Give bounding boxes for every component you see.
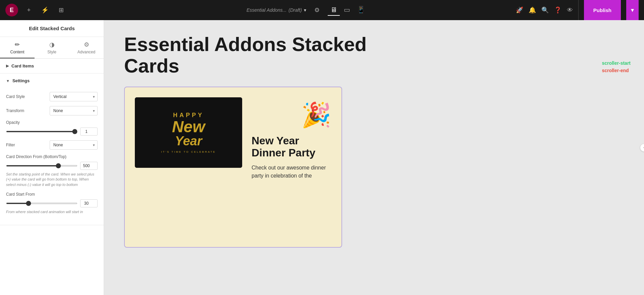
preview-title-line2: Cards: [124, 55, 179, 77]
tab-content-label: Content: [10, 50, 24, 54]
transform-control: None Scale Rotate ▾: [50, 106, 98, 115]
transform-label: Transform: [6, 108, 50, 113]
card-start-from-number-input[interactable]: 30: [80, 199, 98, 207]
sidebar-header: Edit Stacked Cards: [0, 20, 104, 37]
scroller-end-label: scroller-end: [602, 68, 631, 73]
card-direction-row: Card Direction From (Bottom/Top) 500 Set…: [6, 154, 98, 187]
preview-button[interactable]: 👁: [567, 7, 573, 14]
search-button[interactable]: 🔍: [541, 6, 549, 14]
transform-row: Transform None Scale Rotate ▾: [6, 106, 98, 115]
card-style-label: Card Style: [6, 94, 50, 99]
layers-button[interactable]: ⊞: [56, 5, 66, 15]
card-image: HAPPY New Year IT'S TIME TO CELEBRATE: [135, 97, 242, 168]
opacity-slider[interactable]: [6, 131, 77, 132]
tab-advanced[interactable]: ⚙ Advanced: [69, 37, 104, 58]
scroller-start-label: scroller-start: [602, 60, 631, 66]
device-tablet-button[interactable]: ▭: [341, 4, 353, 16]
opacity-label: Opacity: [6, 120, 98, 125]
elementor-logo[interactable]: E: [5, 4, 18, 16]
hny-new-text: New: [172, 119, 205, 134]
stacked-card[interactable]: HAPPY New Year IT'S TIME TO CELEBRATE 🎉 …: [124, 87, 342, 248]
page-title-text: Essential Addons...: [247, 7, 286, 13]
content-tab-icon: ✏: [15, 41, 20, 48]
card-style-row: Card Style Vertical Horizontal Overlay ▾: [6, 92, 98, 101]
sidebar-tabs: ✏ Content ◑ Style ⚙ Advanced: [0, 37, 104, 59]
card-items-section: ▶ Card Items: [0, 59, 104, 73]
card-right: 🎉 New Year Dinner Party Check out our aw…: [242, 97, 331, 187]
opacity-number-input[interactable]: 1: [80, 128, 98, 136]
topbar-right: 🚀 🔔 🔍 ❓ 👁 Publish ▾: [511, 0, 644, 20]
advanced-tab-icon: ⚙: [84, 41, 89, 48]
card-direction-hint: Set the starting point of the card. When…: [6, 172, 98, 187]
add-button[interactable]: +: [23, 5, 34, 15]
card-direction-label: Card Direction From (Bottom/Top): [6, 154, 98, 159]
panel-content: ▶ Card Items ▼ Settings Card Style: [0, 59, 104, 295]
happy-newyear-image: HAPPY New Year IT'S TIME TO CELEBRATE: [135, 97, 242, 168]
tab-content[interactable]: ✏ Content: [0, 37, 35, 58]
history-button[interactable]: 🚀: [516, 6, 523, 14]
settings-header[interactable]: ▼ Settings: [0, 73, 104, 88]
publish-dropdown-button[interactable]: ▾: [626, 0, 639, 20]
card-direction-number-input[interactable]: 500: [80, 162, 98, 170]
filter-control: None Blur Grayscale ▾: [50, 140, 98, 150]
card-start-from-slider[interactable]: [6, 203, 77, 204]
tab-style[interactable]: ◑ Style: [35, 37, 69, 58]
card-items-label: Card Items: [11, 63, 34, 68]
main-area: Edit Stacked Cards ✏ Content ◑ Style ⚙ A…: [0, 20, 644, 295]
device-buttons: 🖥 ▭ 📱: [328, 4, 368, 16]
card-start-from-label: Card Start From: [6, 192, 98, 197]
opacity-row: Opacity 1: [6, 120, 98, 136]
settings-toggle-icon: ▼: [6, 79, 10, 83]
card-start-from-row: Card Start From 30 From where stacked ca…: [6, 192, 98, 214]
customize-button[interactable]: ⚡: [40, 5, 50, 15]
settings-body: Card Style Vertical Horizontal Overlay ▾: [0, 88, 104, 225]
device-desktop-button[interactable]: 🖥: [328, 5, 340, 16]
card-description: Check out our awesome dinner party in ce…: [252, 164, 331, 180]
scroller-labels: scroller-start scroller-end: [602, 60, 631, 73]
settings-label: Settings: [12, 78, 30, 83]
tab-advanced-label: Advanced: [77, 50, 95, 54]
transform-select[interactable]: None Scale Rotate: [50, 106, 98, 115]
publish-button[interactable]: Publish: [584, 0, 621, 20]
card-style-select[interactable]: Vertical Horizontal Overlay: [50, 92, 98, 101]
hny-year-text: Year: [175, 134, 202, 148]
card-items-toggle-icon: ▶: [6, 64, 9, 68]
filter-label: Filter: [6, 143, 50, 147]
card-style-control: Vertical Horizontal Overlay ▾: [50, 92, 98, 101]
card-title: New Year Dinner Party: [252, 135, 331, 159]
preview-area: Essential Addons Stacked Cards HAPPY New…: [104, 20, 644, 295]
filter-row: Filter None Blur Grayscale ▾: [6, 140, 98, 150]
preview-page-title: Essential Addons Stacked Cards: [124, 34, 367, 77]
hny-subtitle-text: IT'S TIME TO CELEBRATE: [161, 150, 216, 153]
card-direction-slider[interactable]: [6, 165, 77, 166]
draft-label: (Draft): [288, 7, 302, 13]
topbar-center: Essential Addons... (Draft) ▾ ⚙ 🖥 ▭ 📱: [104, 4, 511, 16]
preview-content: Essential Addons Stacked Cards HAPPY New…: [104, 20, 644, 261]
preview-title-line1: Essential Addons Stacked: [124, 33, 367, 55]
card-start-from-control: 30: [6, 199, 98, 207]
sidebar: Edit Stacked Cards ✏ Content ◑ Style ⚙ A…: [0, 20, 104, 295]
opacity-control: 1: [6, 128, 98, 136]
card-start-from-hint: From where stacked card animation will s…: [6, 209, 98, 214]
page-title-button[interactable]: Essential Addons... (Draft) ▾: [247, 7, 306, 13]
device-mobile-button[interactable]: 📱: [354, 4, 368, 16]
filter-select[interactable]: None Blur Grayscale: [50, 140, 98, 150]
card-items-header[interactable]: ▶ Card Items: [0, 59, 104, 73]
style-tab-icon: ◑: [49, 41, 55, 48]
tab-style-label: Style: [47, 50, 56, 54]
notifications-button[interactable]: 🔔: [529, 6, 536, 14]
help-button[interactable]: ❓: [554, 6, 561, 14]
settings-section: ▼ Settings Card Style Vertical Horizonta…: [0, 73, 104, 225]
party-icon: 🎉: [252, 101, 331, 129]
topbar-left: E + ⚡ ⊞: [0, 4, 104, 16]
publish-divider: [578, 0, 579, 20]
topbar: E + ⚡ ⊞ Essential Addons... (Draft) ▾ ⚙ …: [0, 0, 644, 20]
page-settings-button[interactable]: ⚙: [314, 6, 320, 14]
card-left: HAPPY New Year IT'S TIME TO CELEBRATE: [135, 97, 242, 168]
card-direction-control: 500: [6, 162, 98, 170]
